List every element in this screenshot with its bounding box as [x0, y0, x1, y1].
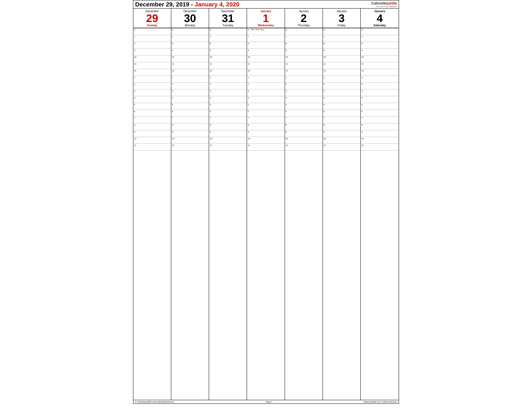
time-row-5-col-2: 11	[209, 62, 247, 69]
time-label-1-col-3: 7	[247, 35, 251, 38]
time-label-1-col-1: 7	[172, 35, 175, 38]
time-label-17-col-5: 11	[323, 144, 326, 146]
time-row-15-col-2: 9	[209, 130, 247, 137]
time-label-2-col-3: 8	[247, 42, 251, 45]
time-row-14-col-5: 8	[323, 123, 361, 130]
time-row-9-col-3: 3	[247, 89, 285, 96]
time-row-14-col-0: 8	[133, 123, 171, 130]
time-row-17-col-1: 11	[171, 144, 209, 151]
time-label-9-col-0: 3	[134, 90, 137, 92]
time-label-2-col-1: 8	[172, 42, 175, 45]
time-row-4-col-6: 10	[361, 55, 399, 62]
time-row-10-col-3: 4	[247, 96, 285, 103]
time-row-17-col-4: 11	[285, 144, 323, 151]
time-row-17-col-2: 11	[209, 144, 247, 151]
time-row-1-col-4: 7	[285, 35, 323, 42]
time-row-10-col-2: 4	[209, 96, 247, 103]
time-label-9-col-3: 3	[247, 90, 251, 92]
time-row-12-col-5: 6	[323, 110, 361, 117]
time-label-14-col-1: 8	[172, 124, 175, 126]
time-row-9-col-0: 3	[133, 89, 171, 96]
time-label-9-col-5: 3	[323, 90, 326, 92]
time-row-16-col-4: 10	[285, 137, 323, 144]
time-row-2-col-0: 8	[133, 42, 171, 49]
time-label-11-col-1: 5	[172, 103, 175, 106]
page-title: December 29, 2019 - January 4, 2020	[135, 1, 239, 8]
time-row-10-col-5: 4	[323, 96, 361, 103]
time-label-14-col-2: 8	[209, 124, 213, 126]
time-label-7-col-6: 1	[361, 76, 364, 79]
time-label-8-col-6: 2	[361, 83, 364, 85]
time-row-12-col-3: 6	[247, 110, 285, 117]
time-label-5-col-6: 11	[361, 63, 364, 65]
time-label-11-col-3: 5	[247, 103, 251, 106]
day-number-0: 29	[146, 13, 158, 24]
time-label-4-col-1: 10	[172, 56, 175, 58]
time-label-8-col-3: 2	[247, 83, 251, 85]
page-footer: © Calendarpedia® www.calendarpedia.com P…	[133, 400, 399, 403]
time-row-13-col-4: 7	[285, 117, 323, 123]
time-label-6-col-3: 12	[247, 69, 251, 72]
time-label-14-col-3: 8	[247, 124, 251, 126]
time-row-13-col-6: 7	[361, 117, 399, 123]
time-row-5-col-1: 11	[171, 62, 209, 69]
day-column-4: 67891011121234567891011	[285, 28, 323, 400]
time-row-16-col-1: 10	[171, 137, 209, 144]
time-label-4-col-5: 10	[323, 56, 326, 58]
time-row-11-col-4: 5	[285, 103, 323, 110]
time-label-14-col-0: 8	[134, 124, 137, 126]
time-label-2-col-5: 8	[323, 42, 326, 45]
time-row-10-col-0: 4	[133, 96, 171, 103]
time-row-3-col-3: 9	[247, 49, 285, 55]
time-row-6-col-0: 12	[133, 69, 171, 76]
time-row-7-col-4: 1	[285, 76, 323, 82]
time-label-5-col-0: 11	[134, 63, 137, 65]
time-label-10-col-6: 4	[361, 97, 364, 99]
time-row-2-col-6: 8	[361, 42, 399, 49]
time-row-9-col-5: 3	[323, 89, 361, 96]
time-row-14-col-1: 8	[171, 123, 209, 130]
day-column-5: 67891011121234567891011	[323, 28, 361, 400]
day-name-2: Tuesday	[222, 24, 233, 27]
time-label-4-col-4: 10	[285, 56, 289, 58]
day-number-5: 3	[339, 13, 345, 24]
time-label-5-col-2: 11	[209, 63, 213, 65]
time-label-3-col-3: 9	[247, 49, 251, 51]
time-row-4-col-3: 10	[247, 55, 285, 62]
time-row-5-col-6: 11	[361, 62, 399, 69]
time-label-13-col-1: 7	[172, 117, 175, 119]
time-row-5-col-4: 11	[285, 62, 323, 69]
time-label-3-col-4: 9	[285, 49, 289, 51]
time-row-13-col-1: 7	[171, 117, 209, 123]
time-label-12-col-3: 6	[247, 110, 251, 112]
time-row-1-col-6: 7	[361, 35, 399, 42]
time-row-9-col-4: 3	[285, 89, 323, 96]
time-label-3-col-2: 9	[209, 49, 213, 51]
time-label-13-col-0: 7	[134, 117, 137, 119]
time-label-10-col-0: 4	[134, 97, 137, 99]
time-row-16-col-5: 10	[323, 137, 361, 144]
time-label-12-col-4: 6	[285, 110, 289, 112]
time-label-16-col-6: 10	[361, 137, 364, 140]
time-row-1-col-1: 7	[171, 35, 209, 42]
time-label-14-col-6: 8	[361, 124, 364, 126]
time-row-0-col-2: 6	[209, 28, 247, 35]
time-label-5-col-3: 11	[247, 63, 251, 65]
time-label-12-col-1: 6	[172, 110, 175, 112]
time-row-16-col-3: 10	[247, 137, 285, 144]
time-label-5-col-5: 11	[323, 63, 326, 65]
time-label-9-col-4: 3	[285, 90, 289, 92]
time-row-6-col-4: 12	[285, 69, 323, 76]
time-label-0-col-5: 6	[323, 29, 326, 31]
time-label-11-col-5: 5	[323, 103, 326, 106]
days-header: December29SundayDecember30MondayDecember…	[133, 9, 399, 28]
time-row-13-col-2: 7	[209, 117, 247, 123]
time-label-1-col-4: 7	[285, 35, 289, 38]
page-header: December 29, 2019 - January 4, 2020 Cale…	[133, 0, 399, 9]
time-row-15-col-5: 9	[323, 130, 361, 137]
day-number-2: 31	[222, 13, 234, 24]
time-row-16-col-6: 10	[361, 137, 399, 144]
time-row-17-col-5: 11	[323, 144, 361, 151]
time-label-9-col-6: 3	[361, 90, 364, 92]
day-header-1: December30Monday	[171, 9, 209, 28]
